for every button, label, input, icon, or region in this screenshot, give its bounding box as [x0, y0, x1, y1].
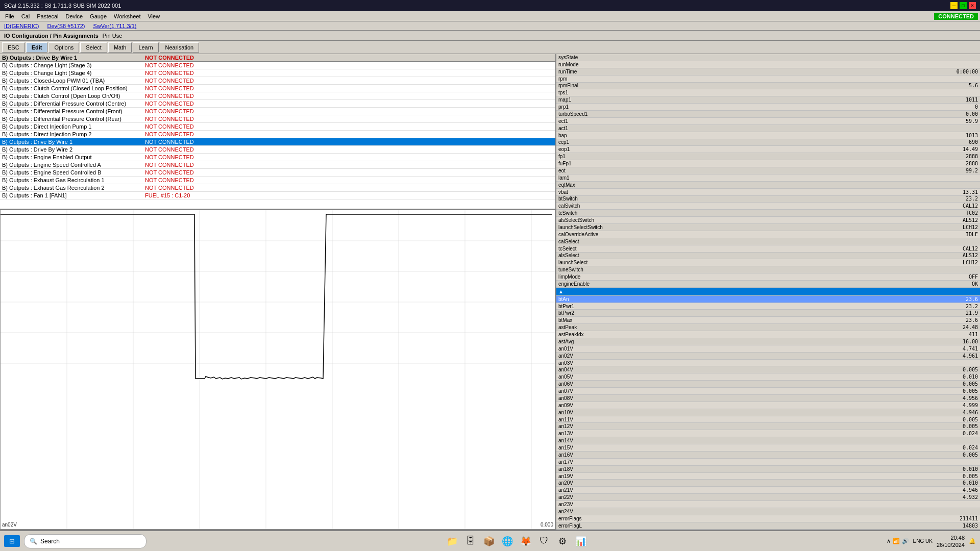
- right-data-row: tps1: [556, 89, 980, 96]
- menu-device[interactable]: Device: [62, 13, 86, 20]
- right-data-row: an16V0.005: [556, 452, 980, 459]
- right-value: 0.005: [947, 473, 978, 479]
- menu-worksheet[interactable]: Worksheet: [111, 13, 143, 20]
- right-data-row: calOverrideActiveIDLE: [556, 231, 980, 238]
- right-data-row: eot99.2: [556, 167, 980, 174]
- pin-status: NOT CONNECTED: [145, 169, 247, 176]
- right-data-row: astPeak24.48: [556, 324, 980, 331]
- right-section-header: ▲: [556, 288, 980, 296]
- right-key: alsSelectSwitch: [558, 217, 947, 223]
- minimize-button[interactable]: ─: [950, 2, 958, 9]
- taskbar-tools-icon[interactable]: ⚙: [554, 533, 571, 549]
- pin-row[interactable]: B) Outputs : Closed-Loop PWM 01 (TBA)NOT…: [0, 77, 555, 85]
- pin-row[interactable]: B) Outputs : Fan 1 [FAN1]FUEL #15 : C1-2…: [0, 192, 555, 199]
- pin-name: B) Outputs : Exhaust Gas Recirculation 1: [2, 177, 145, 183]
- right-key: an01V: [558, 346, 947, 352]
- math-button[interactable]: Math: [108, 42, 132, 53]
- right-key: an09V: [558, 403, 947, 408]
- taskbar-apps-icon[interactable]: 📦: [481, 533, 497, 549]
- right-value: 2888: [947, 161, 978, 166]
- right-value: 4.932: [947, 494, 978, 500]
- notifications-icon[interactable]: 🔔: [969, 538, 976, 544]
- sub-dev[interactable]: Dev(S8 #5172): [45, 22, 87, 30]
- right-key: ccp1: [558, 139, 947, 145]
- right-data-row: lam1: [556, 174, 980, 182]
- learn-button[interactable]: Learn: [133, 42, 158, 53]
- taskbar: ⊞ 🔍 Search 📁 🗄 📦 🌐 🦊 🛡 ⚙ 📊 ∧ 📶 🔊 ENG UK …: [0, 531, 980, 551]
- right-data-row: runMode: [556, 61, 980, 68]
- menu-cal[interactable]: Cal: [18, 13, 33, 20]
- pin-row[interactable]: B) Outputs : Differential Pressure Contr…: [0, 100, 555, 108]
- options-button[interactable]: Options: [48, 42, 79, 53]
- pin-row[interactable]: B) Outputs : Differential Pressure Contr…: [0, 115, 555, 123]
- sub-id[interactable]: ID(GENERIC): [2, 22, 41, 30]
- right-value: 1011: [947, 97, 978, 103]
- search-box[interactable]: 🔍 Search: [24, 534, 146, 548]
- clock-date: 26/10/2024: [937, 541, 965, 548]
- pin-row[interactable]: B) Outputs : Clutch Control (Open Loop O…: [0, 92, 555, 100]
- start-button[interactable]: ⊞: [4, 535, 20, 547]
- pin-row[interactable]: B) Outputs : Engine Enabled OutputNOT CO…: [0, 154, 555, 161]
- right-key: act1: [558, 126, 947, 131]
- pin-row[interactable]: B) Outputs : Differential Pressure Contr…: [0, 108, 555, 115]
- breadcrumb-path: IO Configuration / Pin Assignments: [4, 33, 99, 39]
- title-bar-title: SCal 2.15.332 : S8 1.711.3 SUB SIM 2022 …: [4, 3, 121, 9]
- pin-name: B) Outputs : Differential Pressure Contr…: [2, 108, 145, 114]
- right-key: an22V: [558, 494, 947, 500]
- right-key: calSwitch: [558, 203, 947, 209]
- right-key: bap: [558, 133, 947, 138]
- maximize-button[interactable]: □: [960, 2, 967, 9]
- network-icon: 📶: [893, 538, 900, 544]
- right-key: ect1: [558, 118, 947, 124]
- menu-gauge[interactable]: Gauge: [87, 13, 110, 20]
- taskbar-firefox-icon[interactable]: 🦊: [518, 533, 534, 549]
- right-value: 13.31: [947, 189, 978, 195]
- right-value: 2888: [947, 154, 978, 159]
- menu-view[interactable]: View: [144, 13, 163, 20]
- keyboard-layout: ENG UK: [913, 538, 933, 544]
- menu-file[interactable]: File: [2, 13, 17, 20]
- pin-row[interactable]: B) Outputs : Change Light (Stage 4)NOT C…: [0, 69, 555, 77]
- pin-name: B) Outputs : Direct Injection Pump 2: [2, 131, 145, 137]
- select-button[interactable]: Select: [80, 42, 107, 53]
- title-bar: SCal 2.15.332 : S8 1.711.3 SUB SIM 2022 …: [0, 0, 980, 11]
- pin-row[interactable]: B) Outputs : Exhaust Gas Recirculation 1…: [0, 177, 555, 184]
- right-data-row: an15V0.024: [556, 444, 980, 452]
- chevron-up-icon[interactable]: ∧: [887, 538, 891, 544]
- edit-button[interactable]: Edit: [26, 42, 48, 53]
- right-value: 14.49: [947, 146, 978, 152]
- taskbar-scal-icon[interactable]: 📊: [573, 533, 589, 549]
- sub-sw[interactable]: SwVer(1.711.3/1): [91, 22, 138, 30]
- pin-row[interactable]: B) Outputs : Direct Injection Pump 1NOT …: [0, 123, 555, 131]
- right-key: errorFlags: [558, 516, 947, 521]
- pin-row[interactable]: B) Outputs : Drive By Wire 1NOT CONNECTE…: [0, 138, 555, 146]
- taskbar-shield-icon[interactable]: 🛡: [536, 533, 552, 549]
- esc-button[interactable]: ESC: [2, 42, 25, 53]
- taskbar-browser-icon[interactable]: 🌐: [499, 533, 516, 549]
- right-data-row: errorFlagL14803: [556, 522, 980, 530]
- pin-row[interactable]: B) Outputs : Drive By Wire 2NOT CONNECTE…: [0, 146, 555, 154]
- pin-row[interactable]: B) Outputs : Change Light (Stage 3)NOT C…: [0, 62, 555, 69]
- pin-row[interactable]: B) Outputs : Engine Speed Controlled ANO…: [0, 161, 555, 169]
- pin-name: B) Outputs : Clutch Control (Closed Loop…: [2, 85, 145, 91]
- right-data-row: fp12888: [556, 153, 980, 160]
- close-button[interactable]: ✕: [969, 2, 976, 9]
- pin-row[interactable]: B) Outputs : Engine Speed Controlled BNO…: [0, 169, 555, 177]
- right-data-row: ccp1690: [556, 139, 980, 146]
- right-data-row: act1: [556, 125, 980, 132]
- nearisation-button[interactable]: Nearisation: [160, 42, 200, 53]
- right-key: an16V: [558, 452, 947, 458]
- pin-row[interactable]: B) Outputs : Direct Injection Pump 2NOT …: [0, 131, 555, 138]
- right-data-row: bap1013: [556, 132, 980, 139]
- right-key: an21V: [558, 487, 947, 493]
- pin-row[interactable]: B) Outputs : Exhaust Gas Recirculation 2…: [0, 184, 555, 192]
- menu-pastecal[interactable]: Pastecal: [34, 13, 61, 20]
- pin-row[interactable]: B) Outputs : Clutch Control (Closed Loop…: [0, 85, 555, 92]
- taskbar-explorer-icon[interactable]: 📁: [444, 533, 460, 549]
- right-value: 0.024: [947, 445, 978, 450]
- search-placeholder: Search: [40, 538, 60, 545]
- taskbar-store-icon[interactable]: 🗄: [462, 533, 479, 549]
- right-data-row: runTime0:00:00: [556, 68, 980, 76]
- right-value: 23.2: [947, 196, 978, 202]
- right-data-row: launchSelectSwitchLCH12: [556, 224, 980, 231]
